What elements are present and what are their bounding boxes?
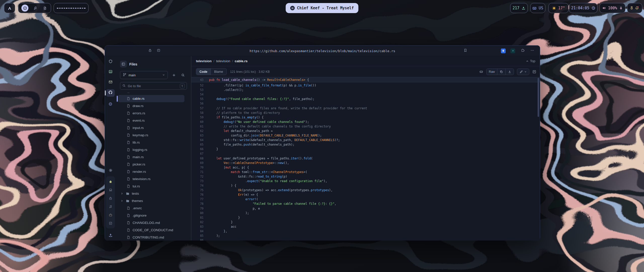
edit-pencil-button[interactable] bbox=[517, 69, 529, 75]
tree-item-themes[interactable]: themes bbox=[118, 197, 184, 205]
line-number[interactable]: 75 bbox=[191, 188, 204, 192]
page-scrollbar[interactable] bbox=[538, 78, 539, 117]
line-number[interactable]: 82 bbox=[191, 220, 204, 224]
download-raw-button[interactable] bbox=[506, 69, 514, 75]
tree-item-render.rs[interactable]: render.rs bbox=[118, 168, 184, 175]
clock-pill[interactable]: 21:04:05 bbox=[569, 3, 597, 13]
launcher-button[interactable] bbox=[4, 3, 15, 13]
tree-item-clipped[interactable] bbox=[118, 93, 184, 95]
padlock-icon[interactable] bbox=[107, 195, 113, 201]
line-number[interactable]: 64 bbox=[191, 138, 204, 142]
laptop-icon[interactable] bbox=[107, 187, 113, 193]
active-tab-github[interactable] bbox=[106, 89, 115, 97]
tree-item-.envrc[interactable]: .envrc bbox=[118, 205, 184, 212]
line-number[interactable]: 79 bbox=[191, 206, 204, 211]
tree-item-keymap.rs[interactable]: keymap.rs bbox=[118, 131, 184, 139]
line-number[interactable]: 73 bbox=[191, 179, 204, 183]
site-permissions-icon[interactable] bbox=[157, 48, 160, 53]
line-number[interactable]: 81 bbox=[191, 215, 204, 220]
goto-file-search[interactable]: t bbox=[120, 82, 187, 90]
line-number[interactable]: 69 bbox=[191, 161, 204, 165]
new-file-button[interactable] bbox=[171, 72, 177, 78]
tree-item-errors.rs[interactable]: errors.rs bbox=[118, 110, 184, 117]
line-number[interactable]: 66 bbox=[191, 147, 204, 151]
tree-item-tests[interactable]: tests bbox=[118, 190, 184, 197]
tree-item-draw.rs[interactable]: draw.rs bbox=[118, 102, 184, 110]
line-number[interactable]: 54 bbox=[191, 92, 204, 97]
symbols-panel-icon[interactable] bbox=[532, 70, 536, 74]
line-number[interactable]: 80 bbox=[191, 211, 204, 215]
line-number[interactable]: 72 bbox=[191, 174, 204, 179]
line-number[interactable]: 61 bbox=[191, 124, 204, 129]
line-number[interactable]: 83 bbox=[191, 224, 204, 229]
tab-code[interactable]: Code bbox=[196, 69, 211, 75]
bookmark-icon[interactable] bbox=[463, 48, 467, 53]
line-number[interactable]: 71 bbox=[191, 170, 204, 174]
scroll-to-top-link[interactable]: Top bbox=[526, 59, 535, 63]
line-number[interactable]: 58 bbox=[191, 111, 204, 115]
tree-item-picker.rs[interactable]: picker.rs bbox=[118, 161, 184, 168]
pinned-tab-shield-icon[interactable] bbox=[107, 58, 113, 64]
workspace-documents-button[interactable] bbox=[42, 5, 48, 11]
chevron-right-icon[interactable] bbox=[120, 199, 124, 202]
weather-pill[interactable]: 17° bbox=[548, 3, 569, 13]
pinned-tab-mail-icon[interactable] bbox=[107, 79, 113, 85]
tree-item-.gitignore[interactable]: .gitignore bbox=[118, 212, 184, 219]
keyboard-layout-pill[interactable]: US bbox=[530, 3, 545, 13]
downloads-icon[interactable] bbox=[107, 232, 113, 238]
bitwarden-extension-icon[interactable] bbox=[501, 48, 506, 53]
tree-item-lib.rs[interactable]: lib.rs bbox=[118, 139, 184, 146]
goto-file-input[interactable] bbox=[128, 84, 178, 88]
line-number[interactable]: 74 bbox=[191, 183, 204, 188]
line-number[interactable]: 63 bbox=[191, 133, 204, 138]
line-number[interactable]: 86 bbox=[191, 238, 204, 241]
breadcrumb-dir-link[interactable]: television bbox=[216, 59, 230, 63]
line-number[interactable]: 55 bbox=[191, 97, 204, 101]
tree-item-television.rs[interactable]: television.rs bbox=[118, 175, 184, 183]
line-number[interactable]: 70 bbox=[191, 165, 204, 170]
copy-raw-button[interactable] bbox=[497, 69, 506, 75]
lock-icon[interactable] bbox=[148, 48, 152, 53]
tree-item-tui.rs[interactable]: tui.rs bbox=[118, 183, 184, 190]
breadcrumb-repo-link[interactable]: television bbox=[196, 59, 212, 63]
tab-blame[interactable]: Blame bbox=[211, 69, 226, 75]
home-icon[interactable] bbox=[107, 179, 113, 185]
media-player-pill[interactable]: Chief Keef - Treat Myself bbox=[286, 3, 358, 13]
line-number[interactable]: 56 bbox=[191, 101, 204, 106]
raw-button[interactable]: Raw bbox=[487, 69, 497, 75]
line-number[interactable]: 57 bbox=[191, 106, 204, 111]
copilot-icon[interactable] bbox=[479, 70, 483, 74]
notes-icon[interactable] bbox=[107, 220, 113, 226]
workspace-browser-button[interactable] bbox=[21, 5, 28, 12]
briefcase-icon[interactable] bbox=[107, 212, 113, 218]
audio-pill[interactable]: 100% bbox=[599, 3, 625, 13]
notifications-pill[interactable]: 8 bbox=[627, 3, 642, 13]
url-text[interactable]: https://github.com/alexpasmantier/televi… bbox=[250, 49, 395, 53]
line-number[interactable]: 84 bbox=[191, 229, 204, 233]
lightning-extension-icon[interactable] bbox=[510, 48, 515, 53]
line-number[interactable]: 68 bbox=[191, 156, 204, 161]
pinned-tab-photos-icon[interactable] bbox=[107, 69, 113, 75]
line-number[interactable]: 60 bbox=[191, 120, 204, 124]
collapse-file-tree-button[interactable] bbox=[120, 61, 127, 67]
tree-item-event.rs[interactable]: event.rs bbox=[118, 117, 184, 124]
line-number[interactable]: 43 bbox=[191, 78, 204, 82]
menu-dots-icon[interactable] bbox=[530, 48, 534, 53]
line-number[interactable]: 59 bbox=[191, 115, 204, 120]
tree-item-CONTRIBUTING.md[interactable]: CONTRIBUTING.md bbox=[118, 234, 184, 241]
tree-item-cable.rs[interactable]: cable.rs bbox=[118, 95, 184, 102]
music-icon[interactable] bbox=[107, 203, 113, 210]
network-pill[interactable]: 217 bbox=[510, 3, 528, 13]
extensions-puzzle-icon[interactable] bbox=[521, 48, 525, 53]
workspace-music-button[interactable] bbox=[32, 5, 38, 11]
line-number[interactable]: 77 bbox=[191, 197, 204, 201]
tree-item-input.rs[interactable]: input.rs bbox=[118, 124, 184, 131]
line-number[interactable]: 65 bbox=[191, 142, 204, 147]
line-number[interactable]: 85 bbox=[191, 233, 204, 238]
line-number[interactable]: 76 bbox=[191, 192, 204, 197]
line-number[interactable]: 67 bbox=[191, 151, 204, 156]
workspace-indicator-icon[interactable] bbox=[107, 101, 113, 107]
search-in-tree-button[interactable] bbox=[180, 72, 186, 78]
tree-item-CODE_OF_CONDUCT.md[interactable]: CODE_OF_CONDUCT.md bbox=[118, 226, 184, 234]
line-number[interactable]: 53 bbox=[191, 88, 204, 92]
